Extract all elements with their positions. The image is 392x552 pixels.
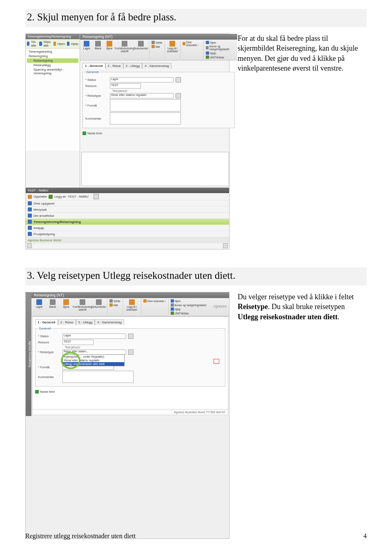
delete-link[interactable]: Slette xyxy=(109,299,120,303)
help-link[interactable]: Hjelp xyxy=(206,51,236,55)
add-shortcut-button[interactable]: Legg til i snarveier xyxy=(167,41,178,53)
ressurs-input[interactable]: TEST xyxy=(110,83,141,89)
tree-node-selected[interactable]: Reiseregning xyxy=(27,58,78,63)
ideas-icon xyxy=(206,56,209,59)
bn-item[interactable]: Prosjektstyring xyxy=(26,231,229,237)
save-button[interactable]: Lagre xyxy=(33,299,45,308)
print-icon xyxy=(122,41,127,47)
collapse-icon[interactable] xyxy=(39,42,42,46)
star-icon xyxy=(183,42,185,45)
delete-link[interactable]: Slette xyxy=(151,41,163,44)
bn-item[interactable]: Menysøk xyxy=(26,207,229,213)
bn-item[interactable]: Dine oppgaver xyxy=(26,200,229,207)
nav-btn[interactable]: Vis alle xyxy=(31,40,38,47)
dropdown-option[interactable]: Reise etter statens regulativ xyxy=(63,358,124,362)
chevron-down-icon[interactable] xyxy=(128,349,134,355)
open-button[interactable]: Åpne xyxy=(104,41,114,50)
chevron-down-icon[interactable] xyxy=(94,194,99,199)
shortcuts-link[interactable]: Dine snarveier › xyxy=(143,299,166,303)
nav-btn[interactable]: Skjul alle xyxy=(44,40,52,47)
help-icon[interactable] xyxy=(67,42,69,46)
next-step-button[interactable]: Neste trinn xyxy=(82,131,235,135)
tab-utlegg[interactable]: 3 - Utlegg xyxy=(76,319,95,325)
home-link[interactable]: Hjem xyxy=(206,41,236,44)
tree-node[interactable]: Spørring arbeidsflyt - reiseregning xyxy=(27,67,78,76)
refresh-icon[interactable] xyxy=(28,195,32,199)
kommentar-textarea[interactable] xyxy=(62,371,134,383)
kommentar-textarea[interactable] xyxy=(110,112,181,125)
tree-node[interactable]: Reiseregning xyxy=(27,54,78,58)
timesheet-icon xyxy=(28,220,32,224)
scroll-right-icon[interactable] xyxy=(223,243,228,248)
tab-sammendrag[interactable]: 4 - Sammendrag xyxy=(142,63,172,69)
keys-link[interactable]: Ikoner og navigeringstaster xyxy=(206,45,236,51)
main-title: Reiseregning (NT) xyxy=(80,34,237,40)
print-preview-button[interactable]: Forhåndsvisning utskrift xyxy=(116,41,134,53)
home-icon[interactable] xyxy=(53,42,56,46)
tab-general[interactable]: 1 - Generell xyxy=(35,319,58,325)
formaal-textarea[interactable] xyxy=(110,99,181,111)
home-link[interactable]: Hjem xyxy=(171,299,207,303)
template-link[interactable]: Mal xyxy=(151,45,163,48)
tab-reise[interactable]: 2 - Reise xyxy=(105,63,123,69)
bn-item[interactable]: Din ansettelse xyxy=(26,213,229,219)
tab-sammendrag[interactable]: 4 - Sammendrag xyxy=(95,319,124,325)
keys-link[interactable]: Ikoner og navigeringstaster xyxy=(171,303,207,307)
label-kommentar: Kommentar xyxy=(38,375,60,379)
ressurs-input[interactable]: TEST xyxy=(62,340,94,345)
save-button[interactable]: Lagre xyxy=(82,41,92,50)
chevron-down-icon[interactable] xyxy=(176,77,181,82)
bn-item[interactable]: Innkjøp xyxy=(26,225,229,231)
tree-node[interactable]: Timeregistrering xyxy=(27,49,78,54)
reisetype-select[interactable]: Reise etter statens regulativ xyxy=(110,93,174,98)
documents-button[interactable]: Dokumenter xyxy=(135,41,147,50)
form-general: Generell StatusLagre RessursTEST Test-pe… xyxy=(35,327,225,387)
ressurs-subtext: Test-person xyxy=(62,346,80,349)
help-link[interactable]: Hjelp xyxy=(171,307,207,311)
blank-icon xyxy=(95,41,101,47)
delete-icon xyxy=(151,41,155,44)
star-icon xyxy=(109,303,113,307)
collapsed-menu-tab[interactable]: Agresso Hovedmeny xyxy=(26,292,31,416)
ideas-link[interactable]: UNIT4Ideas xyxy=(206,56,236,59)
tab-reise[interactable]: 2 - Reise xyxy=(58,319,76,325)
next-step-button[interactable]: Neste trinn xyxy=(35,390,55,394)
template-link[interactable]: Mal xyxy=(109,303,120,307)
documents-button[interactable]: Dokumenter xyxy=(93,299,105,308)
tab-utlegg[interactable]: 3 - Utlegg xyxy=(123,63,143,69)
ideas-icon xyxy=(171,312,174,315)
bn-item-active[interactable]: Timeregistrering/Reiseregning xyxy=(26,219,229,225)
dropdown-option[interactable]: Kjøregoise (… under Regulativ) xyxy=(63,355,124,358)
tab-general[interactable]: 1 - Generell xyxy=(82,63,105,69)
shortcuts-link[interactable]: Dine snarveier › xyxy=(183,41,201,47)
dropdown-option-selected[interactable]: Utlegg reisekostnader uten diett xyxy=(63,362,124,366)
step2-heading: 2. Skjul menyen for å få bedre plass. xyxy=(25,9,367,27)
documents-icon xyxy=(138,41,144,47)
add-icon[interactable] xyxy=(49,195,53,199)
label-reisetype: Reisetype xyxy=(38,350,60,354)
bn-select[interactable]: TEST - NMBU xyxy=(68,195,92,199)
chevron-down-icon[interactable] xyxy=(176,93,181,98)
ideas-link[interactable]: UNIT4Ideas xyxy=(171,312,207,315)
expand-icon[interactable] xyxy=(27,42,29,46)
status-select[interactable]: Lagre xyxy=(62,334,126,339)
status-select[interactable]: Lagre xyxy=(110,77,174,82)
label-formaal: Formål xyxy=(85,104,107,107)
step2-explanation: For at du skal få bedre plass til skjerm… xyxy=(238,33,364,73)
footer-text: Registrere utlegg reisekostnader uten di… xyxy=(25,532,136,540)
add-shortcut-button[interactable]: Legg til i snarveier xyxy=(125,299,139,311)
print-preview-button[interactable]: Forhåndsvisning utskrift xyxy=(74,299,91,311)
bn-add[interactable]: Legg av xyxy=(54,195,66,198)
open-button[interactable]: Åpne xyxy=(60,299,72,308)
bn-footer: Agresso Business World xyxy=(26,237,229,243)
blank-button[interactable]: Blank xyxy=(93,41,103,50)
chevron-down-icon[interactable] xyxy=(128,334,134,339)
bn-update[interactable]: Oppdater xyxy=(33,195,47,198)
search-icon xyxy=(28,207,32,211)
nav-btn[interactable]: Hjelp xyxy=(71,42,78,46)
nav-btn[interactable]: Hjem xyxy=(58,42,65,46)
tree-node[interactable]: Reiseutlegg xyxy=(27,63,78,67)
keyboard-icon xyxy=(206,46,209,49)
blank-button[interactable]: Blank xyxy=(47,299,59,308)
scroll-left-icon[interactable] xyxy=(27,243,32,248)
